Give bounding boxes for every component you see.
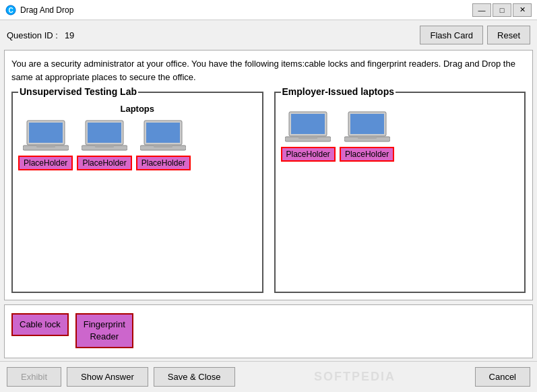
show-answer-button[interactable]: Show Answer — [67, 367, 148, 387]
close-button[interactable]: ✕ — [513, 3, 532, 17]
laptop-icon — [23, 118, 69, 153]
laptop-icon — [285, 109, 331, 144]
right-laptops-row: PlaceHolder PlaceHolder — [281, 109, 519, 162]
left-laptops-row: PlaceHolder PlaceHolder — [18, 118, 257, 170]
svg-rect-7 — [88, 123, 121, 143]
laptop-item: PlaceHolder — [340, 109, 394, 162]
laptop-item: PlaceHolder — [77, 118, 131, 170]
draggable-fingerprint-reader[interactable]: Fingerprint Reader — [75, 313, 133, 348]
question-id: 19 — [65, 30, 74, 40]
bottom-bar: Exhibit Show Answer Save & Close SOFTPED… — [0, 361, 537, 392]
maximize-button[interactable]: □ — [493, 3, 511, 17]
title-bar: C Drag And Drop — □ ✕ — [0, 0, 537, 20]
top-bar: Question ID : 19 Flash Card Reset — [0, 20, 537, 50]
window-title: Drag And Drop — [20, 5, 472, 15]
minimize-button[interactable]: — — [472, 3, 491, 17]
svg-rect-21 — [358, 137, 377, 139]
zone-left-title: Unsupervised Testing Lab — [18, 86, 138, 97]
laptop-icon — [140, 118, 186, 153]
zone-right-title: Employer-Issued laptops — [281, 86, 396, 97]
zone-right[interactable]: Employer-Issued laptops PlaceHolder — [274, 92, 526, 293]
svg-rect-9 — [95, 145, 114, 148]
flash-card-button[interactable]: Flash Card — [420, 26, 483, 44]
svg-rect-19 — [350, 114, 384, 134]
svg-rect-17 — [298, 137, 317, 139]
svg-rect-3 — [29, 123, 63, 143]
placeholder-box[interactable]: PlaceHolder — [77, 156, 131, 170]
laptop-item: PlaceHolder — [18, 118, 73, 170]
question-text: You are a security administrator at your… — [11, 57, 526, 84]
laptop-icon — [82, 118, 127, 153]
placeholder-box[interactable]: PlaceHolder — [18, 156, 73, 170]
placeholder-box[interactable]: PlaceHolder — [136, 156, 191, 170]
svg-rect-15 — [291, 114, 325, 134]
draggable-cable-lock[interactable]: Cable lock — [11, 313, 69, 336]
app-icon: C — [5, 5, 16, 15]
svg-rect-11 — [146, 123, 180, 143]
placeholder-box[interactable]: PlaceHolder — [340, 147, 394, 162]
svg-text:C: C — [8, 7, 13, 14]
items-area: Cable lock Fingerprint Reader — [4, 304, 533, 358]
exhibit-button[interactable]: Exhibit — [7, 367, 61, 387]
svg-rect-13 — [154, 145, 172, 148]
main-content: You are a security administrator at your… — [4, 50, 533, 300]
placeholder-box[interactable]: PlaceHolder — [281, 147, 336, 162]
save-close-button[interactable]: Save & Close — [154, 367, 235, 387]
laptop-item: PlaceHolder — [136, 118, 191, 170]
window-body: Question ID : 19 Flash Card Reset You ar… — [0, 20, 537, 392]
zone-left[interactable]: Unsupervised Testing Lab Laptops PlaceHo… — [11, 92, 263, 293]
softpedia-watermark: SOFTPEDIA — [241, 370, 470, 384]
question-label: Question ID : — [7, 30, 58, 40]
laptop-icon — [344, 109, 390, 144]
laptops-label: Laptops — [18, 104, 257, 114]
laptop-item: PlaceHolder — [281, 109, 336, 162]
window-controls: — □ ✕ — [472, 3, 532, 17]
cancel-button[interactable]: Cancel — [475, 367, 530, 387]
svg-rect-5 — [36, 145, 55, 148]
drop-area: Unsupervised Testing Lab Laptops PlaceHo… — [11, 92, 526, 293]
reset-button[interactable]: Reset — [487, 26, 530, 44]
